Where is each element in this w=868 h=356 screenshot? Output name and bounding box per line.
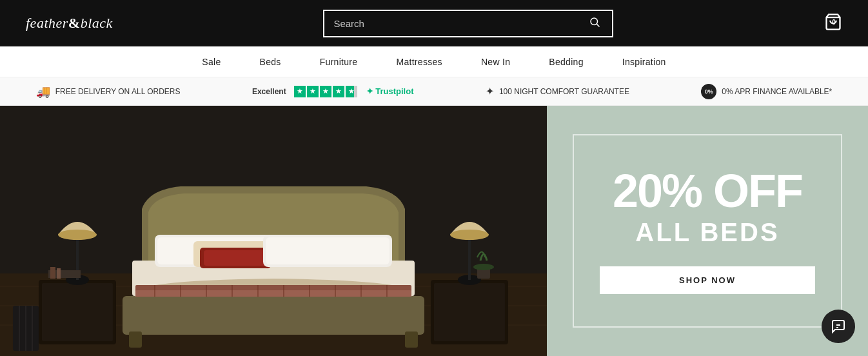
- trustpilot-brand: ✦ Trustpilot: [366, 86, 414, 96]
- svg-rect-20: [468, 235, 471, 280]
- svg-rect-34: [266, 237, 390, 264]
- main-nav: Sale Beds Furniture Mattresses New In Be…: [0, 46, 868, 77]
- svg-rect-36: [135, 290, 411, 297]
- nav-item-bedding[interactable]: Bedding: [549, 57, 583, 67]
- promo-box: 20% OFF ALL BEDS SHOP NOW: [573, 134, 842, 328]
- svg-rect-15: [50, 267, 55, 279]
- bed-scene: [0, 106, 547, 356]
- svg-rect-10: [42, 283, 113, 341]
- truck-icon: 🚚: [36, 84, 50, 99]
- nav-item-furniture[interactable]: Furniture: [320, 57, 358, 67]
- svg-rect-25: [129, 331, 142, 348]
- star-4: ★: [333, 86, 344, 97]
- search-input[interactable]: [333, 18, 586, 29]
- svg-rect-32: [204, 250, 267, 266]
- promo-subtitle: ALL BEDS: [600, 218, 815, 247]
- guarantee-icon: ✦: [486, 85, 494, 97]
- star-1: ★: [294, 86, 306, 97]
- svg-point-13: [58, 230, 97, 240]
- header: feather&black 0: [0, 0, 868, 46]
- svg-point-21: [450, 230, 489, 240]
- shop-now-button[interactable]: SHOP NOW: [600, 266, 815, 294]
- search-bar: [323, 10, 613, 37]
- svg-point-23: [473, 264, 494, 270]
- apr-badge: 0%: [701, 84, 716, 99]
- trustpilot-stars: ★ ★ ★ ★ ★: [294, 86, 357, 97]
- apr-badge-text: 0%: [705, 88, 713, 95]
- nav-item-inspiration[interactable]: Inspiration: [622, 57, 666, 67]
- svg-rect-26: [405, 331, 418, 348]
- svg-rect-24: [123, 296, 424, 335]
- finance-info: 0% 0% APR FINANCE AVAILABLE*: [701, 84, 832, 99]
- guarantee-text: 100 NIGHT COMFORT GUARANTEE: [499, 87, 629, 96]
- nav-item-new-in[interactable]: New In: [481, 57, 510, 67]
- nav-item-beds[interactable]: Beds: [260, 57, 281, 67]
- trustpilot-label: Excellent: [252, 87, 286, 96]
- delivery-info: 🚚 FREE DELIVERY ON ALL ORDERS: [36, 84, 181, 99]
- chat-button[interactable]: [822, 310, 855, 343]
- promo-percent: 20% OFF: [600, 168, 815, 214]
- star-2: ★: [307, 86, 319, 97]
- star-3: ★: [320, 86, 331, 97]
- svg-line-1: [597, 24, 600, 26]
- svg-rect-16: [57, 268, 61, 279]
- cart-icon[interactable]: 0: [824, 13, 842, 34]
- hero-section: 20% OFF ALL BEDS SHOP NOW: [0, 106, 868, 356]
- guarantee-info: ✦ 100 NIGHT COMFORT GUARANTEE: [486, 85, 629, 97]
- search-button[interactable]: [586, 16, 603, 31]
- hero-image: [0, 106, 547, 356]
- cart-count: 0: [832, 19, 836, 26]
- svg-point-0: [591, 18, 598, 25]
- hero-promo: 20% OFF ALL BEDS SHOP NOW: [547, 106, 868, 356]
- delivery-text: FREE DELIVERY ON ALL ORDERS: [55, 87, 181, 96]
- info-bar: 🚚 FREE DELIVERY ON ALL ORDERS Excellent …: [0, 77, 868, 106]
- logo[interactable]: feather&black: [26, 15, 113, 32]
- svg-rect-18: [434, 283, 505, 341]
- nav-item-sale[interactable]: Sale: [202, 57, 221, 67]
- nav-item-mattresses[interactable]: Mattresses: [396, 57, 442, 67]
- trustpilot-info: Excellent ★ ★ ★ ★ ★ ✦ Trustpilot: [252, 86, 414, 97]
- star-5: ★: [346, 86, 357, 97]
- finance-text: 0% APR FINANCE AVAILABLE*: [722, 87, 832, 96]
